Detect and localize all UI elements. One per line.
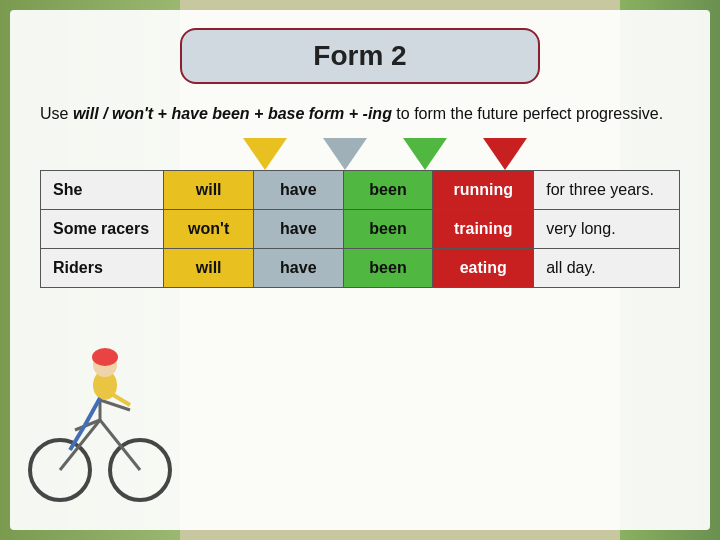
have-cell: have [253,210,343,249]
been-cell: been [343,249,433,288]
cyclist-illustration [20,310,180,510]
table-row: She will have been running for three yea… [41,171,680,210]
table-row: Riders will have been eating all day. [41,249,680,288]
formula-text: will / won't + have been + base form + -… [73,105,392,122]
will-cell: won't [164,210,254,249]
arrow-shape-gray [323,138,367,170]
been-arrow [385,138,465,170]
subject-cell: She [41,171,164,210]
extra-cell: very long. [534,210,680,249]
title-box: Form 2 [180,28,540,84]
subject-cell: Some racers [41,210,164,249]
have-arrow [305,138,385,170]
have-cell: have [253,171,343,210]
have-cell: have [253,249,343,288]
extra-cell: all day. [534,249,680,288]
table-row: Some racers won't have been training ver… [41,210,680,249]
page-title: Form 2 [313,40,406,71]
arrow-shape-green [403,138,447,170]
arrow-shape-red [483,138,527,170]
been-cell: been [343,210,433,249]
will-cell: will [164,249,254,288]
description-text: Use will / won't + have been + base form… [40,102,680,126]
verb-cell: eating [433,249,534,288]
verb-cell: running [433,171,534,210]
been-cell: been [343,171,433,210]
extra-cell: for three years. [534,171,680,210]
arrows-row [225,138,710,170]
verb-cell: training [433,210,534,249]
svg-line-3 [100,420,140,470]
arrow-shape-yellow [243,138,287,170]
svg-point-9 [92,348,118,366]
will-arrow [225,138,305,170]
grammar-table: She will have been running for three yea… [40,170,680,288]
grammar-table-wrapper: She will have been running for three yea… [40,170,680,288]
subject-cell: Riders [41,249,164,288]
verb-arrow [465,138,545,170]
will-cell: will [164,171,254,210]
